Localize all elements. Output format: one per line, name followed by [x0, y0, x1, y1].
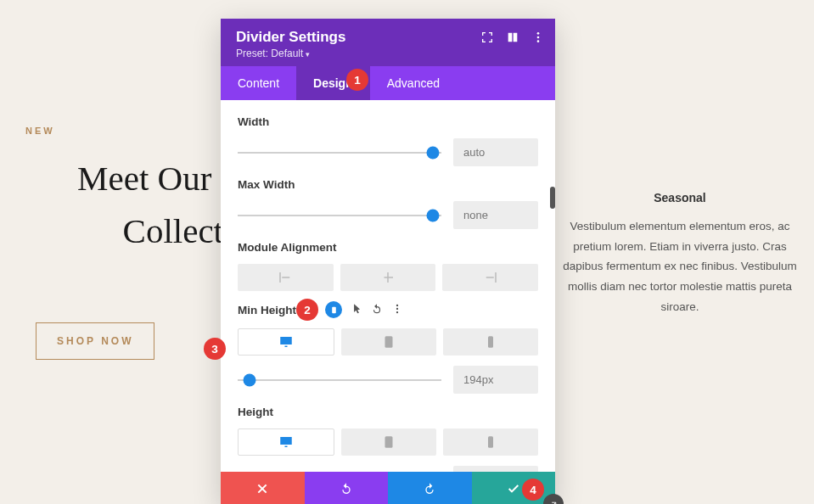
new-label: NEW [25, 126, 55, 136]
min-height-slider-thumb[interactable] [244, 373, 256, 386]
side-title: Seasonal [561, 191, 799, 204]
svg-point-1 [537, 36, 540, 39]
tab-advanced[interactable]: Advanced [370, 66, 457, 100]
svg-rect-3 [332, 306, 336, 312]
panel-footer [221, 472, 555, 504]
module-alignment-label: Module Alignment [238, 241, 538, 254]
close-button[interactable] [221, 472, 305, 504]
device-phone-button[interactable] [443, 328, 538, 356]
more-dots-icon[interactable] [391, 303, 403, 317]
redo-button[interactable] [388, 472, 472, 504]
scrollbar-thumb[interactable] [550, 187, 555, 209]
svg-rect-7 [385, 336, 393, 348]
module-alignment-segments [238, 264, 538, 291]
height-value[interactable]: auto [453, 466, 538, 472]
min-height-value[interactable]: 194px [453, 366, 538, 394]
svg-point-0 [537, 32, 540, 35]
max-width-slider[interactable] [238, 215, 441, 216]
svg-point-2 [537, 40, 540, 42]
min-height-label-row: Min Height [238, 301, 538, 318]
height-device-tabs [238, 428, 538, 456]
width-slider-thumb[interactable] [427, 146, 440, 159]
svg-point-4 [396, 304, 398, 305]
svg-rect-10 [488, 436, 493, 448]
preset-label: Preset: Default [236, 48, 303, 59]
width-slider[interactable] [238, 152, 441, 154]
svg-point-6 [396, 311, 398, 312]
side-content: Seasonal Vestibulum elementum elementum … [561, 191, 799, 316]
hover-cursor-icon[interactable] [351, 303, 362, 317]
min-height-label: Min Height [238, 304, 296, 316]
align-center-button[interactable] [340, 264, 436, 291]
min-height-device-tabs [238, 328, 538, 356]
panel-body: Width auto Max Width none Module Alignme… [221, 100, 555, 472]
focus-icon[interactable] [480, 31, 494, 48]
menu-dots-icon[interactable] [531, 31, 545, 48]
tab-content[interactable]: Content [221, 66, 296, 100]
annotation-badge-4: 4 [522, 479, 544, 501]
device-tablet-button[interactable] [341, 428, 436, 456]
preset-selector[interactable]: Preset: Default [236, 48, 540, 59]
shop-now-button[interactable]: SHOP NOW [36, 322, 154, 360]
columns-icon[interactable] [506, 31, 519, 48]
svg-rect-8 [488, 336, 493, 348]
svg-rect-9 [385, 436, 393, 448]
side-text: Vestibulum elementum elementum eros, ac … [561, 216, 799, 316]
divider-settings-panel: Divider Settings Preset: Default Content… [221, 19, 555, 504]
width-label: Width [238, 115, 538, 128]
device-tablet-button[interactable] [341, 328, 436, 356]
svg-point-5 [396, 307, 398, 309]
height-label: Height [238, 406, 538, 418]
reset-icon[interactable] [371, 303, 383, 317]
annotation-badge-2: 2 [296, 299, 318, 321]
undo-button[interactable] [305, 472, 389, 504]
panel-tabs: Content Design Advanced [221, 66, 555, 100]
align-left-button[interactable] [238, 264, 334, 291]
device-phone-button[interactable] [443, 428, 538, 456]
max-width-label: Max Width [238, 178, 538, 191]
max-width-value[interactable]: none [453, 201, 538, 229]
width-value[interactable]: auto [453, 138, 538, 166]
max-width-slider-thumb[interactable] [427, 209, 440, 221]
annotation-badge-3: 3 [204, 338, 226, 360]
min-height-slider[interactable] [238, 379, 441, 381]
annotation-badge-1: 1 [346, 69, 368, 91]
align-right-button[interactable] [442, 264, 538, 291]
panel-header[interactable]: Divider Settings Preset: Default [221, 19, 555, 66]
responsive-views-icon[interactable] [325, 301, 342, 318]
device-desktop-button[interactable] [238, 328, 334, 356]
device-desktop-button[interactable] [238, 428, 334, 456]
